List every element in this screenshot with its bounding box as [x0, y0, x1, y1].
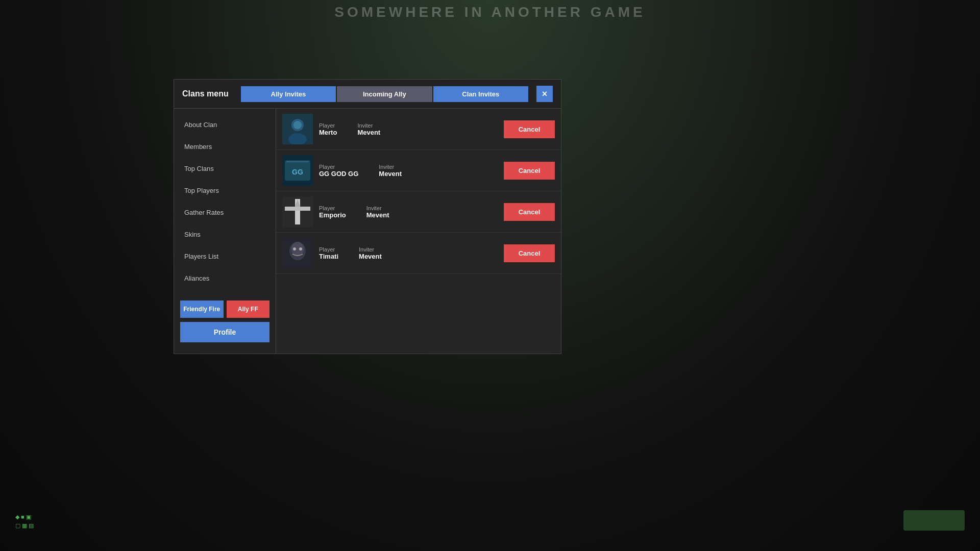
inviter-field: Inviter Mevent — [359, 246, 382, 260]
invite-info: Player Merto Inviter Mevent — [319, 122, 498, 136]
inviter-name: Mevent — [366, 211, 389, 219]
player-name: Emporio — [319, 211, 346, 219]
inviter-label: Inviter — [359, 246, 382, 253]
svg-rect-7 — [286, 161, 309, 162]
tab-bar: Ally Invites Incoming Ally Clan Invites — [241, 86, 528, 102]
inviter-name: Mevent — [379, 170, 402, 178]
modal-title: Clans menu — [182, 89, 229, 98]
friendly-fire-button[interactable]: Friendly Fire — [180, 300, 224, 318]
invite-row: Player Timati Inviter Mevent Cancel — [276, 233, 561, 274]
inviter-label: Inviter — [357, 122, 380, 129]
avatar-image-2: GG — [282, 155, 313, 186]
modal-header: Clans menu Ally Invites Incoming Ally Cl… — [174, 80, 561, 109]
cancel-button-2[interactable]: Cancel — [504, 162, 555, 180]
sidebar-item-skins[interactable]: Skins — [174, 223, 276, 245]
sidebar-item-about-clan[interactable]: About Clan — [174, 114, 276, 136]
game-title: SOMEWHERE IN ANOTHER GAME — [334, 4, 645, 20]
sidebar: About Clan Members Top Clans Top Players… — [174, 109, 276, 354]
svg-point-3 — [293, 121, 302, 129]
player-label: Player — [319, 164, 358, 170]
avatar — [282, 114, 313, 144]
sidebar-item-members[interactable]: Members — [174, 136, 276, 158]
player-label: Player — [319, 246, 338, 253]
invite-row: Player Emporio Inviter Mevent Cancel — [276, 191, 561, 233]
avatar-image-4 — [282, 238, 313, 268]
clans-modal: Clans menu Ally Invites Incoming Ally Cl… — [174, 79, 561, 354]
player-name: GG GOD GG — [319, 170, 358, 178]
tab-clan-invites[interactable]: Clan Invites — [433, 86, 528, 102]
invite-row: GG Player GG GOD GG Inviter Mevent — [276, 150, 561, 191]
ally-ff-button[interactable]: Ally FF — [227, 300, 270, 318]
bottom-left-hud: ◆ ■ ▣ ▢ ▦ ▤ — [15, 513, 34, 531]
svg-point-16 — [299, 247, 302, 251]
sidebar-item-top-clans[interactable]: Top Clans — [174, 158, 276, 180]
cancel-button-1[interactable]: Cancel — [504, 120, 555, 138]
avatar-image-3 — [282, 196, 313, 227]
inviter-field: Inviter Mevent — [357, 122, 380, 136]
player-name: Timati — [319, 253, 338, 260]
sidebar-item-aliances[interactable]: Aliances — [174, 267, 276, 289]
cancel-button-4[interactable]: Cancel — [504, 244, 555, 262]
content-area: Player Merto Inviter Mevent Cancel — [276, 109, 561, 354]
avatar: GG — [282, 155, 313, 186]
player-label: Player — [319, 122, 337, 129]
invite-info: Player Emporio Inviter Mevent — [319, 205, 498, 219]
avatar — [282, 238, 313, 268]
invite-info: Player GG GOD GG Inviter Mevent — [319, 164, 498, 178]
inviter-label: Inviter — [366, 205, 389, 211]
inviter-field: Inviter Mevent — [366, 205, 389, 219]
svg-point-15 — [293, 247, 296, 251]
cancel-button-3[interactable]: Cancel — [504, 203, 555, 221]
close-button[interactable]: × — [536, 86, 553, 102]
tab-incoming-ally[interactable]: Incoming Ally — [337, 86, 432, 102]
invite-row: Player Merto Inviter Mevent Cancel — [276, 109, 561, 150]
inviter-name: Mevent — [359, 253, 382, 260]
sidebar-item-top-players[interactable]: Top Players — [174, 180, 276, 202]
svg-text:GG: GG — [292, 168, 303, 176]
profile-button[interactable]: Profile — [180, 322, 270, 342]
tab-ally-invites[interactable]: Ally Invites — [241, 86, 336, 102]
player-name: Merto — [319, 129, 337, 136]
player-label: Player — [319, 205, 346, 211]
svg-rect-10 — [285, 207, 310, 211]
ff-row: Friendly Fire Ally FF — [180, 300, 270, 318]
avatar — [282, 196, 313, 227]
avatar-image-1 — [282, 114, 313, 144]
sidebar-buttons: Friendly Fire Ally FF Profile — [174, 294, 276, 348]
bottom-right-hud — [903, 510, 965, 531]
inviter-name: Mevent — [357, 129, 380, 136]
player-field: Player Emporio — [319, 205, 346, 219]
player-field: Player Merto — [319, 122, 337, 136]
inviter-field: Inviter Mevent — [379, 164, 402, 178]
sidebar-item-players-list[interactable]: Players List — [174, 245, 276, 267]
inviter-label: Inviter — [379, 164, 402, 170]
sidebar-item-gather-rates[interactable]: Gather Rates — [174, 202, 276, 223]
invite-info: Player Timati Inviter Mevent — [319, 246, 498, 260]
modal-body: About Clan Members Top Clans Top Players… — [174, 109, 561, 354]
player-field: Player GG GOD GG — [319, 164, 358, 178]
player-field: Player Timati — [319, 246, 338, 260]
